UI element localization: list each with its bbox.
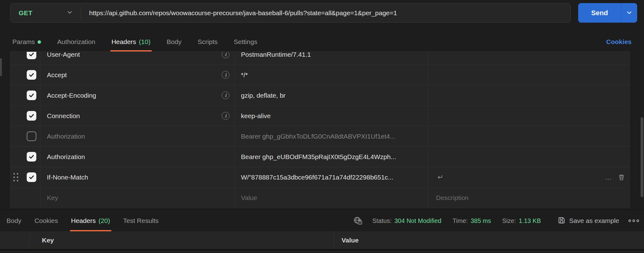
size-label: Size: <box>502 217 516 224</box>
request-tab-params[interactable]: Params <box>12 32 41 51</box>
info-icon[interactable]: i <box>222 71 229 79</box>
left-scrollbar-thumb[interactable] <box>0 58 2 76</box>
row-select-cell <box>11 188 40 208</box>
save-as-example-button[interactable]: Save as example <box>558 216 619 225</box>
header-key[interactable]: User-Agent <box>47 52 80 58</box>
header-value[interactable]: Bearer ghp_gGbhxToDLfG0CnA8dtABVPXI1Uf1e… <box>241 133 395 140</box>
response-time: Time: 385 ms <box>452 217 491 224</box>
checkbox-checked[interactable] <box>27 111 36 121</box>
tab-label: Body <box>7 217 21 224</box>
right-scrollbar-thumb[interactable] <box>641 117 643 197</box>
row-select-cell <box>11 167 40 187</box>
header-value[interactable]: Bearer ghp_eUBOdFM35pRajIX0t5gDzgE4L4Wzp… <box>241 153 396 161</box>
time-label: Time: <box>452 217 468 224</box>
row-select-cell <box>11 85 40 105</box>
send-button[interactable]: Send <box>578 3 621 23</box>
new-description-input[interactable]: Description <box>436 194 469 202</box>
response-table-row-sliver <box>0 251 644 252</box>
header-value[interactable]: keep-alive <box>241 112 271 120</box>
row-actions: ... <box>605 174 625 181</box>
method-selector[interactable]: GET <box>11 3 81 22</box>
row-value-cell: W/"878887c15a3dbce96f671a71a74df22298b65… <box>234 167 428 187</box>
request-tab-headers[interactable]: Headers(10) <box>111 32 151 51</box>
request-tab-settings[interactable]: Settings <box>234 32 257 51</box>
header-value[interactable]: W/"878887c15a3dbce96f671a71a74df22298b65… <box>241 174 393 181</box>
response-tab-body[interactable]: Body <box>7 210 21 231</box>
info-icon[interactable]: i <box>222 52 229 58</box>
drag-handle-icon[interactable] <box>13 173 18 181</box>
row-value-cell: Bearer ghp_gGbhxToDLfG0CnA8dtABVPXI1Uf1e… <box>234 126 428 146</box>
row-description-cell <box>428 85 629 105</box>
new-value-input[interactable]: Value <box>241 194 257 202</box>
url-input[interactable]: https://api.github.com/repos/woowacourse… <box>81 3 570 22</box>
header-key[interactable]: Authorization <box>47 133 85 140</box>
row-key-cell: Authorization <box>40 147 234 167</box>
checkbox-checked[interactable] <box>27 152 36 162</box>
more-options-icon[interactable] <box>628 220 639 222</box>
send-options-button[interactable] <box>621 3 637 23</box>
row-key-cell: If-None-Match <box>40 167 234 187</box>
info-icon[interactable]: i <box>222 112 229 120</box>
tab-label: Test Results <box>123 217 159 224</box>
postman-app: GET https://api.github.com/repos/woowaco… <box>0 0 644 253</box>
response-tab-test-results[interactable]: Test Results <box>123 210 159 231</box>
header-key[interactable]: If-None-Match <box>47 174 88 181</box>
chevron-down-icon <box>67 9 73 16</box>
response-section: BodyCookiesHeaders(20)Test Results <box>0 210 644 253</box>
response-tab-cookies[interactable]: Cookies <box>34 210 58 231</box>
header-key[interactable]: Accept <box>47 71 67 79</box>
row-description-cell <box>428 106 629 126</box>
header-value[interactable]: */* <box>241 71 248 79</box>
row-key-cell: Connectioni <box>40 106 234 126</box>
request-tab-body[interactable]: Body <box>167 32 182 51</box>
response-tabbar: BodyCookiesHeaders(20)Test Results <box>0 210 644 231</box>
method-label: GET <box>19 9 32 17</box>
header-row-new: KeyValueDescription <box>11 188 629 208</box>
header-row: AuthorizationBearer ghp_eUBOdFM35pRajIX0… <box>11 147 629 167</box>
header-row: Accepti*/* <box>11 65 629 85</box>
header-value[interactable]: PostmanRuntime/7.41.1 <box>241 52 311 58</box>
row-value-cell: Bearer ghp_eUBOdFM35pRajIX0t5gDzgE4L4Wzp… <box>234 147 428 167</box>
send-button-group: Send <box>578 3 637 23</box>
header-row: AuthorizationBearer ghp_gGbhxToDLfG0CnA8… <box>11 126 629 147</box>
request-bar: GET https://api.github.com/repos/woowaco… <box>0 0 644 28</box>
header-row: User-AgentiPostmanRuntime/7.41.1 <box>11 52 629 65</box>
tab-label: Cookies <box>34 217 58 224</box>
ellipsis-icon[interactable]: ... <box>605 176 612 179</box>
response-table-value-column: Value <box>334 231 644 249</box>
row-description-cell <box>428 65 629 85</box>
status-label: Status: <box>372 217 392 224</box>
cookies-link[interactable]: Cookies <box>606 38 632 46</box>
checkbox-checked[interactable] <box>27 172 36 182</box>
response-size: Size: 1.13 KB <box>502 217 541 224</box>
header-key[interactable]: Connection <box>47 112 80 120</box>
response-table-select-column <box>0 231 29 249</box>
checkbox-checked[interactable] <box>27 70 36 80</box>
row-key-cell: Accepti <box>40 65 234 85</box>
row-value-cell: keep-alive <box>234 106 428 126</box>
response-status: Status: 304 Not Modified <box>372 217 441 224</box>
request-tab-authorization[interactable]: Authorization <box>57 32 95 51</box>
new-key-input[interactable]: Key <box>47 194 58 202</box>
url-container: GET https://api.github.com/repos/woowaco… <box>10 3 571 23</box>
checkbox-checked[interactable] <box>27 91 36 100</box>
save-icon <box>558 216 565 225</box>
response-tab-headers[interactable]: Headers(20) <box>71 210 110 231</box>
header-key[interactable]: Accept-Encoding <box>47 92 96 99</box>
header-row: Accept-Encodingigzip, deflate, br <box>11 85 629 106</box>
header-key[interactable]: Authorization <box>47 153 85 161</box>
tab-label: Scripts <box>198 38 218 46</box>
header-value[interactable]: gzip, deflate, br <box>241 92 286 99</box>
checkbox-unchecked[interactable] <box>27 131 36 141</box>
checkbox-checked[interactable] <box>27 52 36 59</box>
response-key-header: Key <box>42 237 54 244</box>
row-value-cell: gzip, deflate, br <box>234 85 428 105</box>
globe-lock-icon[interactable] <box>353 216 364 225</box>
response-headers-table-head: Key Value <box>0 231 644 251</box>
row-description-cell: ... <box>428 167 629 187</box>
request-tab-scripts[interactable]: Scripts <box>198 32 218 51</box>
row-key-cell: User-Agenti <box>40 52 234 64</box>
time-value: 385 ms <box>471 217 491 224</box>
info-icon[interactable]: i <box>222 91 229 99</box>
trash-icon[interactable] <box>618 174 625 181</box>
